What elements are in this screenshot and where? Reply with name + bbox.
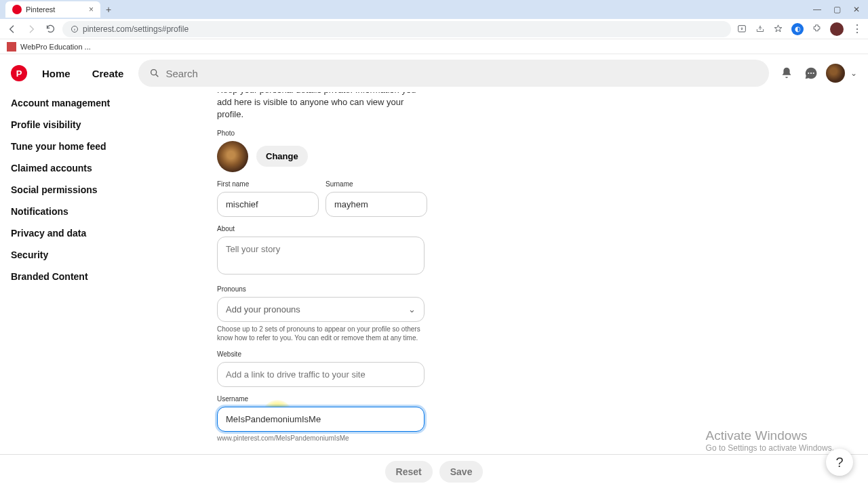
website-input[interactable] [217,362,425,387]
share-icon[interactable] [755,24,765,34]
app-header: Home Create ⌄ [0,54,868,92]
chevron-down-icon[interactable]: ⌄ [850,68,857,78]
forward-button[interactable] [24,24,38,35]
sidebar-item-account-management[interactable]: Account management [11,92,165,114]
pronouns-placeholder: Add your pronouns [226,304,300,314]
profile-avatar-icon[interactable] [830,22,844,36]
settings-sidebar: Account management Profile visibility Tu… [0,92,176,488]
browser-titlebar: Pinterest × + — ▢ ✕ [0,0,868,19]
first-name-label: First name [217,180,319,188]
username-input[interactable] [217,407,425,432]
browser-tabs: Pinterest × + [0,0,111,19]
sidebar-item-privacy-data[interactable]: Privacy and data [11,222,165,244]
toolbar-right-icons: ◐ ⋮ [736,22,863,36]
bookmark-star-icon[interactable] [773,24,783,34]
header-actions: ⌄ [777,64,857,83]
pinterest-logo[interactable] [11,65,27,81]
url-text: pinterest.com/settings#profile [83,24,189,34]
username-label: Username [217,395,868,403]
maximize-icon[interactable]: ▢ [833,5,841,14]
svg-point-5 [813,73,814,74]
intro-text: Keep your personal details private. Info… [217,92,420,121]
photo-label: Photo [217,129,868,137]
sidebar-item-social-permissions[interactable]: Social permissions [11,179,165,201]
watermark-subtitle: Go to Settings to activate Windows. [706,443,834,453]
reload-button[interactable] [43,24,57,34]
sidebar-item-notifications[interactable]: Notifications [11,201,165,222]
about-textarea[interactable] [217,237,425,274]
first-name-input[interactable] [217,192,319,217]
bookmark-favicon [7,42,16,52]
profile-photo [217,141,248,172]
address-bar[interactable]: pinterest.com/settings#profile [62,21,731,37]
svg-point-3 [808,73,809,74]
pinterest-favicon [12,5,22,14]
reset-button[interactable]: Reset [385,461,433,483]
website-label: Website [217,350,868,358]
kebab-menu-icon[interactable]: ⋮ [852,22,863,35]
browser-tab[interactable]: Pinterest × [5,1,100,18]
nav-home[interactable]: Home [35,62,77,85]
nav-create[interactable]: Create [85,62,131,85]
new-tab-button[interactable]: + [106,4,111,15]
watermark-title: Activate Windows [706,428,834,443]
close-tab-icon[interactable]: × [89,5,94,14]
chevron-down-icon: ⌄ [408,304,416,314]
svg-point-2 [151,70,157,75]
sidebar-item-branded-content[interactable]: Branded Content [11,266,165,287]
user-avatar[interactable] [826,64,845,83]
window-controls: — ▢ ✕ [813,5,868,14]
pronouns-label: Pronouns [217,285,868,293]
tab-title: Pinterest [26,5,55,14]
bookmarks-bar: WebPro Education ... [0,39,868,54]
close-window-icon[interactable]: ✕ [853,5,860,14]
search-bar[interactable] [138,60,769,87]
search-icon [149,68,160,79]
browser-toolbar: pinterest.com/settings#profile ◐ ⋮ [0,19,868,39]
pronouns-helper: Choose up to 2 sets of pronouns to appea… [217,325,425,342]
surname-label: Surname [326,180,427,188]
extensions-icon[interactable] [812,24,822,34]
save-button[interactable]: Save [439,461,484,483]
svg-point-4 [810,73,812,74]
form-footer: Reset Save [0,454,868,488]
photo-row: Change [217,141,868,172]
search-input[interactable] [165,68,758,79]
site-info-icon [71,25,79,33]
about-label: About [217,225,868,232]
sidebar-item-security[interactable]: Security [11,244,165,266]
back-button[interactable] [5,24,19,35]
change-photo-button[interactable]: Change [256,146,308,167]
pronouns-select[interactable]: Add your pronouns ⌄ [217,297,425,322]
windows-watermark: Activate Windows Go to Settings to activ… [706,428,834,453]
notifications-icon[interactable] [777,64,796,83]
messages-icon[interactable] [802,64,821,83]
surname-input[interactable] [326,192,427,217]
sidebar-item-tune-feed[interactable]: Tune your home feed [11,136,165,157]
sidebar-item-claimed-accounts[interactable]: Claimed accounts [11,157,165,179]
extension-icon[interactable]: ◐ [791,23,804,35]
minimize-icon[interactable]: — [813,5,821,14]
install-icon[interactable] [736,24,747,35]
help-button[interactable]: ? [826,449,853,476]
sidebar-item-profile-visibility[interactable]: Profile visibility [11,114,165,136]
bookmark-item[interactable]: WebPro Education ... [20,43,91,51]
